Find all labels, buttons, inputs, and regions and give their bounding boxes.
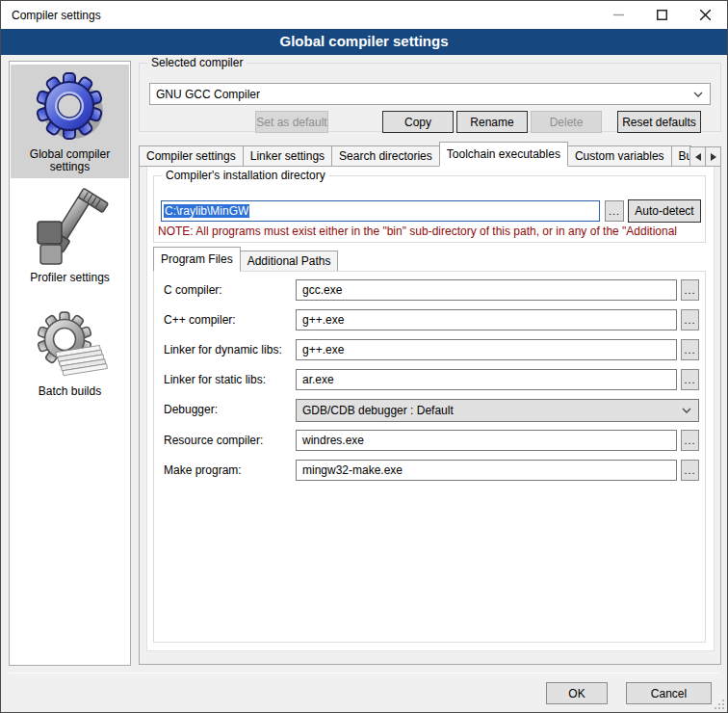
make-program-input[interactable]: mingw32-make.exe — [296, 460, 677, 481]
make-program-label: Make program: — [164, 460, 242, 481]
static-linker-label: Linker for static libs: — [164, 369, 266, 390]
maximize-button[interactable] — [640, 1, 684, 29]
arrow-left-icon — [695, 153, 701, 161]
chevron-down-icon — [682, 408, 691, 413]
c-compiler-label: C compiler: — [164, 279, 222, 301]
sidebar-item-global-compiler-settings[interactable]: Global compiler settings — [11, 65, 129, 178]
debugger-select[interactable]: GDB/CDB debugger : Default — [296, 399, 699, 422]
resource-compiler-row: Resource compiler: windres.exe ... — [154, 430, 705, 451]
tab-scroll-left-button[interactable] — [689, 146, 706, 167]
set-as-default-button[interactable]: Set as default — [255, 111, 328, 133]
c-compiler-input[interactable]: gcc.exe — [296, 279, 677, 301]
bin-subdirectory-note: NOTE: All programs must exist either in … — [158, 224, 703, 238]
window-title: Compiler settings — [1, 9, 101, 22]
make-program-row: Make program: mingw32-make.exe ... — [154, 460, 705, 481]
tab-search-directories[interactable]: Search directories — [331, 145, 440, 167]
copy-button[interactable]: Copy — [382, 111, 454, 133]
reset-defaults-button[interactable]: Reset defaults — [617, 111, 701, 133]
tab-program-files[interactable]: Program Files — [153, 247, 241, 272]
maximize-icon — [657, 10, 667, 20]
debugger-select-value: GDB/CDB debugger : Default — [302, 404, 454, 417]
toolchain-page: Compiler's installation directory C:\ray… — [146, 167, 715, 651]
caliper-tool-icon — [32, 183, 109, 272]
delete-button[interactable]: Delete — [531, 111, 602, 133]
cpp-compiler-input[interactable]: g++.exe — [296, 309, 677, 330]
program-files-tab-bar: Program Files Additional Paths — [153, 248, 706, 272]
sidebar-item-label: Profiler settings — [30, 272, 110, 289]
ok-button[interactable]: OK — [546, 682, 608, 704]
resource-compiler-input[interactable]: windres.exe — [296, 430, 677, 451]
compiler-select-value: GNU GCC Compiler — [156, 88, 260, 101]
title-bar: Compiler settings — [1, 1, 727, 29]
minimize-button[interactable] — [597, 1, 640, 29]
resource-compiler-browse-button[interactable]: ... — [681, 430, 699, 451]
compiler-actions: Set as default Copy Rename Delete Reset … — [149, 111, 711, 133]
tab-custom-variables[interactable]: Custom variables — [567, 145, 672, 167]
tab-build-options[interactable]: Build options — [671, 145, 691, 167]
close-icon — [700, 10, 711, 20]
footer-separator — [9, 673, 719, 673]
dynamic-linker-input[interactable]: g++.exe — [296, 339, 677, 360]
selected-compiler-group-label: Selected compiler — [147, 56, 247, 69]
debugger-label: Debugger: — [164, 399, 218, 420]
auto-detect-button[interactable]: Auto-detect — [628, 199, 701, 223]
minimize-icon — [613, 10, 624, 20]
resize-grip[interactable] — [715, 700, 724, 709]
static-linker-browse-button[interactable]: ... — [681, 369, 699, 390]
arrow-right-icon — [711, 153, 716, 161]
close-button[interactable] — [684, 1, 727, 29]
browse-directory-button[interactable]: ... — [605, 200, 624, 222]
program-files-page: C compiler: gcc.exe ... C++ compiler: g+… — [153, 271, 706, 643]
tab-compiler-settings[interactable]: Compiler settings — [139, 145, 244, 167]
c-compiler-browse-button[interactable]: ... — [681, 279, 699, 301]
make-program-browse-button[interactable]: ... — [681, 460, 699, 481]
installation-directory-value: C:\raylib\MinGW — [164, 204, 249, 218]
page-title-banner: Global compiler settings — [1, 29, 727, 55]
tab-scroll-buttons — [690, 146, 721, 167]
grey-gear-stack-icon — [33, 304, 108, 385]
tab-linker-settings[interactable]: Linker settings — [243, 145, 332, 167]
window-controls — [597, 1, 727, 29]
dynamic-linker-row: Linker for dynamic libs: g++.exe ... — [154, 339, 705, 360]
tab-additional-paths[interactable]: Additional Paths — [240, 251, 339, 272]
cpp-compiler-row: C++ compiler: g++.exe ... — [154, 309, 705, 330]
tab-scroll-right-button[interactable] — [705, 146, 721, 167]
chevron-down-icon — [693, 92, 703, 97]
compiler-select[interactable]: GNU GCC Compiler — [149, 83, 711, 105]
cpp-compiler-label: C++ compiler: — [164, 309, 236, 330]
dynamic-linker-browse-button[interactable]: ... — [681, 339, 699, 360]
blue-gear-icon — [34, 65, 107, 148]
rename-button[interactable]: Rename — [456, 111, 528, 133]
installation-directory-input[interactable]: C:\raylib\MinGW — [161, 200, 600, 222]
dynamic-linker-label: Linker for dynamic libs: — [164, 339, 282, 360]
debugger-row: Debugger: GDB/CDB debugger : Default — [154, 399, 705, 422]
cpp-compiler-browse-button[interactable]: ... — [681, 309, 699, 330]
cancel-button[interactable]: Cancel — [626, 682, 712, 704]
compiler-settings-dialog: Compiler settings Global compiler settin… — [0, 0, 728, 713]
static-linker-row: Linker for static libs: ar.exe ... — [154, 369, 705, 390]
toolchain-executables-panel: Compiler's installation directory C:\ray… — [139, 166, 721, 665]
installation-directory-group-label: Compiler's installation directory — [162, 169, 329, 182]
settings-sidebar: Global compiler settings — [9, 61, 131, 666]
selected-compiler-group: Selected compiler GNU GCC Compiler Set a… — [139, 63, 721, 132]
tab-toolchain-executables[interactable]: Toolchain executables — [439, 142, 568, 167]
c-compiler-row: C compiler: gcc.exe ... — [154, 279, 705, 301]
page-title: Global compiler settings — [279, 33, 448, 49]
resource-compiler-label: Resource compiler: — [164, 430, 263, 451]
sidebar-item-batch-builds[interactable]: Batch builds — [11, 304, 129, 403]
installation-directory-group: Compiler's installation directory C:\ray… — [153, 175, 706, 243]
sidebar-item-profiler-settings[interactable]: Profiler settings — [11, 183, 129, 289]
sidebar-item-label: Batch builds — [39, 385, 101, 403]
static-linker-input[interactable]: ar.exe — [296, 369, 677, 390]
settings-tab-bar: Compiler settings Linker settings Search… — [139, 142, 721, 167]
sidebar-item-label: Global compiler settings — [11, 148, 129, 178]
